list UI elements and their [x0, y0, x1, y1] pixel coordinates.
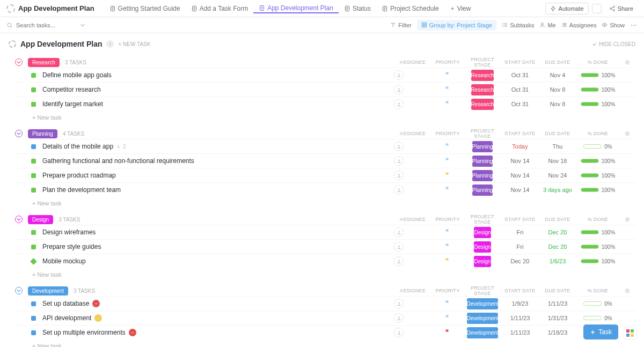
share-button[interactable]: Share — [605, 3, 638, 14]
task-row[interactable]: Plan the development team Planning Nov 1… — [15, 182, 635, 197]
status-indicator[interactable] — [31, 330, 36, 335]
start-date[interactable]: Today — [501, 143, 539, 150]
add-column-button[interactable]: ⊕ — [619, 216, 635, 223]
groupby-button[interactable]: Group by: Project Stage — [417, 20, 496, 31]
me-button[interactable]: Me — [539, 22, 555, 28]
assignee-button[interactable] — [394, 70, 404, 80]
priority-flag[interactable] — [431, 300, 464, 308]
due-date[interactable]: Nov 4 — [539, 72, 576, 78]
assignee-button[interactable] — [394, 328, 404, 337]
due-date[interactable]: Nov 8 — [539, 86, 576, 93]
assignee-button[interactable] — [394, 242, 404, 252]
status-indicator[interactable] — [31, 173, 36, 178]
due-date[interactable]: Nov 18 — [539, 158, 576, 164]
view-tab[interactable]: Project Schedule — [376, 3, 444, 13]
status-indicator[interactable] — [31, 188, 36, 193]
stage-badge[interactable]: Planning — [472, 184, 493, 196]
stage-badge[interactable]: Design — [474, 256, 491, 267]
assignee-button[interactable] — [394, 227, 404, 237]
status-indicator[interactable] — [31, 245, 36, 249]
status-indicator[interactable] — [31, 73, 36, 78]
collapse-toggle[interactable] — [15, 216, 23, 223]
status-indicator[interactable] — [31, 301, 36, 306]
task-row[interactable]: Identify target market Research Oct 31 N… — [15, 97, 635, 111]
priority-flag[interactable] — [431, 314, 464, 322]
view-tab[interactable]: Add a Task Form — [186, 3, 253, 13]
assignee-button[interactable] — [394, 156, 404, 166]
view-tab[interactable]: App Development Plan — [253, 3, 339, 13]
show-button[interactable]: Show — [602, 22, 625, 28]
apps-button[interactable] — [624, 327, 636, 339]
assignee-button[interactable] — [394, 299, 404, 308]
collapse-toggle[interactable] — [15, 130, 23, 137]
due-date[interactable]: 1/6/23 — [539, 258, 576, 264]
search-box[interactable] — [6, 22, 85, 28]
task-row[interactable]: Prepare product roadmap Planning Nov 14 … — [15, 168, 635, 182]
status-indicator[interactable] — [31, 159, 36, 164]
add-column-button[interactable]: ⊕ — [619, 58, 635, 66]
stage-badge[interactable]: Design — [474, 227, 491, 238]
priority-flag[interactable] — [431, 228, 464, 237]
start-date[interactable]: Fri — [501, 229, 539, 235]
priority-flag[interactable] — [431, 172, 464, 180]
start-date[interactable]: Oct 31 — [501, 101, 539, 107]
priority-flag[interactable] — [431, 329, 464, 337]
view-tab[interactable]: Status — [339, 3, 376, 13]
stage-badge[interactable]: Development — [467, 327, 499, 338]
automate-button[interactable]: Automate — [545, 3, 589, 14]
start-date[interactable]: Oct 31 — [501, 86, 539, 93]
status-indicator[interactable] — [31, 87, 36, 92]
stage-badge[interactable]: Research — [471, 99, 494, 110]
start-date[interactable]: Dec 20 — [501, 258, 539, 264]
task-row[interactable]: Design wireframes Design Fri Dec 20 100% — [15, 225, 635, 239]
new-task-button[interactable]: + New task — [15, 268, 635, 281]
progress[interactable]: 0% — [576, 144, 619, 150]
stage-badge[interactable]: Planning — [472, 141, 493, 152]
due-date[interactable]: 3 days ago — [539, 187, 576, 193]
assignee-button[interactable] — [394, 185, 404, 195]
more-button[interactable] — [630, 21, 638, 29]
priority-flag[interactable] — [431, 257, 464, 265]
assignees-button[interactable]: Assignees — [561, 22, 597, 28]
due-date[interactable]: Dec 20 — [539, 243, 576, 250]
task-row[interactable]: Define mobile app goals Research Oct 31 … — [15, 68, 635, 82]
start-date[interactable]: Nov 14 — [501, 158, 539, 164]
start-date[interactable]: Oct 31 — [501, 72, 539, 78]
stage-pill[interactable]: Planning — [28, 129, 57, 138]
task-row[interactable]: API development· Development 1/11/23 1/3… — [15, 311, 635, 325]
stage-badge[interactable]: Research — [471, 84, 494, 95]
due-date[interactable]: Nov 24 — [539, 172, 576, 179]
new-task-button[interactable]: + New task — [15, 111, 635, 124]
progress[interactable]: 100% — [576, 187, 619, 193]
task-row[interactable]: Set up database− Development 1/9/23 1/11… — [15, 296, 635, 311]
progress[interactable]: 100% — [576, 101, 619, 107]
priority-flag[interactable] — [431, 186, 464, 194]
new-task-button[interactable]: + New task — [15, 197, 635, 210]
new-task-button[interactable]: + New task — [15, 339, 635, 347]
start-date[interactable]: Nov 14 — [501, 172, 539, 179]
stage-badge[interactable]: Research — [471, 70, 494, 81]
collapse-toggle[interactable] — [15, 58, 23, 66]
start-date[interactable]: 1/11/23 — [501, 329, 539, 336]
priority-flag[interactable] — [431, 86, 464, 94]
progress[interactable]: 0% — [576, 301, 619, 307]
status-indicator[interactable] — [30, 258, 37, 265]
task-row[interactable]: Prepare style guides Design Fri Dec 20 1… — [15, 239, 635, 254]
chevron-down-icon[interactable] — [80, 23, 85, 27]
view-tab[interactable]: Getting Started Guide — [104, 3, 186, 13]
assignee-button[interactable] — [394, 313, 404, 323]
add-view-tab[interactable]: View — [444, 3, 477, 13]
add-column-button[interactable]: ⊕ — [619, 130, 635, 137]
info-icon[interactable]: i — [106, 40, 114, 48]
stage-badge[interactable]: Development — [467, 298, 499, 309]
search-input[interactable] — [16, 22, 75, 28]
new-task-float-button[interactable]: Task — [583, 324, 618, 339]
progress[interactable]: 100% — [576, 158, 619, 164]
assignee-button[interactable] — [394, 256, 404, 266]
task-row[interactable]: Competitor research Research Oct 31 Nov … — [15, 82, 635, 97]
stage-badge[interactable]: Development — [467, 313, 499, 324]
new-task-top[interactable]: + NEW TASK — [118, 41, 150, 47]
filter-button[interactable]: Filter — [390, 22, 411, 28]
hide-closed-button[interactable]: HIDE CLOSED — [592, 41, 635, 47]
due-date[interactable]: Nov 8 — [539, 101, 576, 107]
